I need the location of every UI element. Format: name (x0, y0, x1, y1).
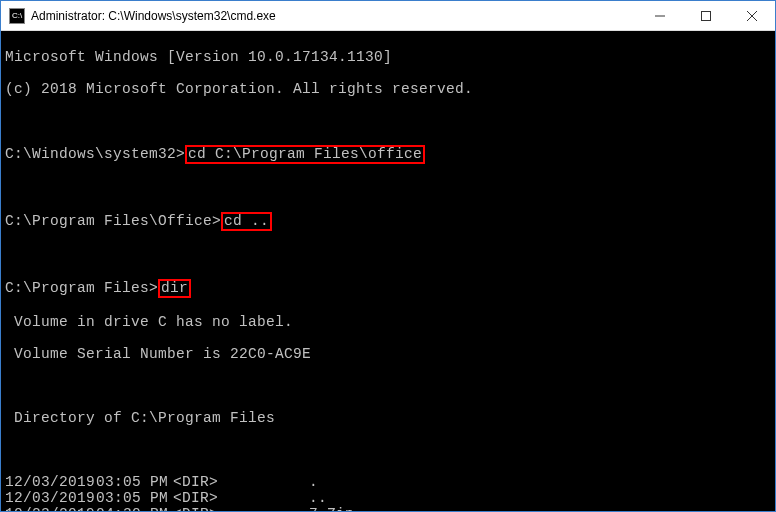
minimize-button[interactable] (637, 1, 683, 30)
volume-serial: Volume Serial Number is 22C0-AC9E (5, 346, 771, 362)
dir-entry: 10/23/201904:30 PM<DIR>7-Zip (5, 506, 771, 511)
svg-rect-1 (702, 11, 711, 20)
dir-entry: 12/03/201903:05 PM<DIR>. (5, 474, 771, 490)
volume-label: Volume in drive C has no label. (5, 314, 771, 330)
cmd-window: C:\ Administrator: C:\Windows\system32\c… (0, 0, 776, 512)
prompt-line-3: C:\Program Files>dir (5, 279, 771, 298)
cmd-icon: C:\ (9, 8, 25, 24)
dir-entry: 12/03/201903:05 PM<DIR>.. (5, 490, 771, 506)
version-line: Microsoft Windows [Version 10.0.17134.11… (5, 49, 771, 65)
cmd-highlight-3: dir (158, 279, 191, 298)
cmd-highlight-1: cd C:\Program Files\office (185, 145, 425, 164)
close-button[interactable] (729, 1, 775, 30)
prompt-line-2: C:\Program Files\Office>cd .. (5, 212, 771, 231)
window-controls (637, 1, 775, 30)
prompt-line-1: C:\Windows\system32>cd C:\Program Files\… (5, 145, 771, 164)
copyright-line: (c) 2018 Microsoft Corporation. All righ… (5, 81, 771, 97)
window-title: Administrator: C:\Windows\system32\cmd.e… (31, 9, 637, 23)
directory-header: Directory of C:\Program Files (5, 410, 771, 426)
titlebar[interactable]: C:\ Administrator: C:\Windows\system32\c… (1, 1, 775, 31)
cmd-highlight-2: cd .. (221, 212, 272, 231)
maximize-button[interactable] (683, 1, 729, 30)
dir-listing: 12/03/201903:05 PM<DIR>.12/03/201903:05 … (5, 474, 771, 511)
terminal-output[interactable]: Microsoft Windows [Version 10.0.17134.11… (1, 31, 775, 511)
